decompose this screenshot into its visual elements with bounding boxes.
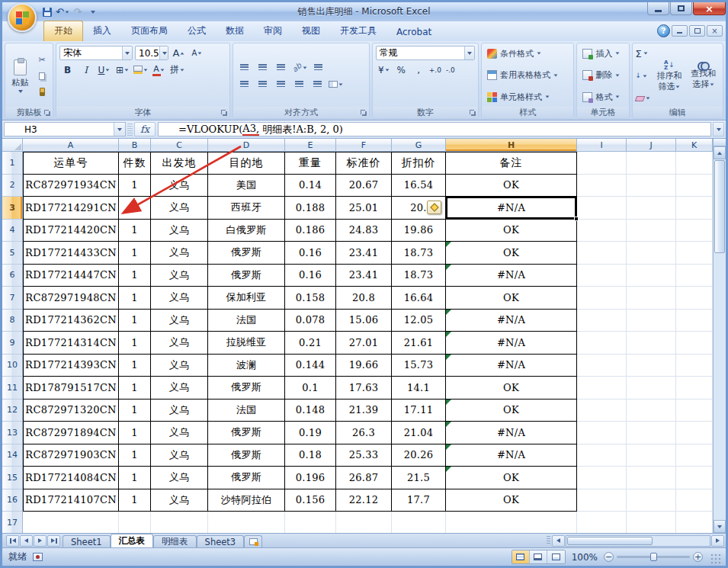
cell-E6[interactable]: 0.16	[285, 265, 336, 287]
office-button[interactable]	[8, 3, 37, 32]
cell-D9[interactable]: 拉脱维亚	[208, 332, 285, 355]
cell-B10[interactable]: 1	[119, 355, 151, 377]
font-color-button[interactable]: A	[151, 63, 167, 77]
alignment-dialog-launcher-icon[interactable]	[361, 110, 367, 117]
cell-G12[interactable]: 17.11	[392, 400, 446, 422]
cell-D11[interactable]: 俄罗斯	[208, 377, 285, 400]
cell-J12[interactable]	[627, 400, 676, 422]
vertical-scroll-track[interactable]	[714, 159, 726, 520]
cell-F7[interactable]: 20.8	[336, 287, 392, 310]
cell-E15[interactable]: 0.196	[285, 467, 336, 489]
cell-D6[interactable]: 俄罗斯	[208, 265, 285, 287]
cell-K6[interactable]	[676, 265, 713, 287]
cell-C1[interactable]: 出发地	[151, 152, 208, 175]
qat-customize-button[interactable]	[86, 5, 100, 19]
cell-J11[interactable]	[627, 377, 676, 400]
align-center-button[interactable]	[255, 77, 271, 91]
cell-G8[interactable]: 12.05	[392, 310, 446, 332]
sort-filter-button[interactable]: AZ↓ 排序和 筛选	[653, 46, 686, 106]
cell-E3[interactable]: 0.188	[285, 197, 336, 220]
cell-D16[interactable]: 沙特阿拉伯	[208, 489, 285, 512]
cell-B8[interactable]: 1	[119, 310, 151, 332]
macro-record-icon[interactable]	[33, 553, 43, 561]
tab-acrobat[interactable]: Acrobat	[386, 24, 441, 41]
column-header-K[interactable]: K	[676, 139, 713, 152]
underline-button[interactable]: U	[96, 63, 112, 77]
fill-button[interactable]: ↓	[636, 69, 650, 83]
wrap-text-button[interactable]	[310, 60, 326, 75]
cell-J15[interactable]	[627, 467, 676, 489]
cell-B2[interactable]: 1	[119, 175, 151, 197]
cell-C12[interactable]: 义乌	[151, 400, 208, 422]
cell-H17[interactable]	[446, 512, 577, 533]
phonetic-button[interactable]: 拼	[169, 63, 185, 77]
cell-C11[interactable]: 义乌	[151, 377, 208, 400]
tab-view[interactable]: 视图	[292, 21, 330, 41]
cut-button[interactable]: ✂	[34, 53, 50, 67]
cell-A14[interactable]: RC872971903CN	[23, 444, 119, 467]
cell-G4[interactable]: 19.86	[392, 220, 446, 242]
formula-bar-expand-button[interactable]	[713, 122, 724, 136]
close-button[interactable]: ×	[693, 2, 726, 15]
cell-G10[interactable]: 15.73	[392, 355, 446, 377]
cell-A10[interactable]: RD177214393CN	[23, 355, 119, 377]
cell-H6[interactable]: #N/A	[446, 265, 577, 287]
cell-J17[interactable]	[627, 512, 676, 533]
font-dialog-launcher-icon[interactable]	[221, 110, 228, 117]
cell-A3[interactable]: RD177214291CN	[23, 197, 119, 220]
cell-J3[interactable]	[627, 197, 676, 220]
cell-A5[interactable]: RD177214433CN	[23, 242, 119, 265]
cell-I12[interactable]	[577, 400, 627, 422]
cell-F6[interactable]: 23.41	[336, 265, 392, 287]
cell-I17[interactable]	[577, 512, 627, 533]
cell-G15[interactable]: 21.5	[392, 467, 446, 489]
comma-style-button[interactable]: ,	[411, 63, 427, 77]
cell-B15[interactable]: 1	[119, 467, 151, 489]
cell-D8[interactable]: 法国	[208, 310, 285, 332]
cell-F2[interactable]: 20.67	[336, 175, 392, 197]
paste-button[interactable]: 粘贴	[8, 46, 32, 106]
cell-F3[interactable]: 25.01	[336, 197, 392, 220]
cell-K15[interactable]	[676, 467, 713, 489]
sheet-tab-summary[interactable]: 汇总表	[111, 534, 154, 547]
cell-D3[interactable]: 西班牙	[208, 197, 285, 220]
column-header-C[interactable]: C	[151, 139, 208, 152]
cell-J1[interactable]	[627, 152, 676, 175]
zoom-out-button[interactable]: −	[604, 552, 614, 562]
cell-A1[interactable]: 运单号	[23, 152, 119, 175]
cell-I1[interactable]	[577, 152, 627, 175]
cell-B1[interactable]: 件数	[119, 152, 151, 175]
split-handle[interactable]	[714, 139, 726, 146]
select-all-button[interactable]	[2, 139, 23, 152]
column-header-J[interactable]: J	[627, 139, 676, 152]
cell-A15[interactable]: RD177214084CN	[23, 467, 119, 489]
row-header-4[interactable]: 4	[2, 220, 23, 242]
autosum-button[interactable]: Σ	[636, 47, 650, 60]
fill-handle[interactable]	[574, 217, 579, 221]
insert-worksheet-tab[interactable]	[244, 535, 262, 547]
cell-C15[interactable]: 义乌	[151, 467, 208, 489]
cell-E16[interactable]: 0.156	[285, 489, 336, 512]
cell-G6[interactable]: 18.73	[392, 265, 446, 287]
row-header-7[interactable]: 7	[2, 287, 23, 310]
cell-I2[interactable]	[577, 175, 627, 197]
cell-I3[interactable]	[577, 197, 627, 220]
cell-G13[interactable]: 21.04	[392, 422, 446, 444]
cell-B9[interactable]: 1	[119, 332, 151, 355]
align-bottom-button[interactable]	[273, 60, 289, 75]
cell-E17[interactable]	[285, 512, 336, 533]
cell-A11[interactable]: RD178791517CN	[23, 377, 119, 400]
cell-F12[interactable]: 21.39	[336, 400, 392, 422]
cell-I9[interactable]	[577, 332, 627, 355]
column-header-E[interactable]: E	[285, 139, 336, 152]
orientation-button[interactable]: ab	[291, 60, 307, 75]
find-select-button[interactable]: 查找和 选择	[687, 46, 720, 106]
column-header-F[interactable]: F	[336, 139, 392, 152]
cell-K5[interactable]	[676, 242, 713, 265]
conditional-formatting-button[interactable]: 条件格式	[485, 45, 570, 62]
error-options-button[interactable]	[427, 201, 441, 214]
cell-K8[interactable]	[676, 310, 713, 332]
last-sheet-button[interactable]	[47, 535, 60, 547]
page-break-view-button[interactable]	[547, 550, 565, 563]
number-dialog-launcher-icon[interactable]	[470, 110, 476, 117]
